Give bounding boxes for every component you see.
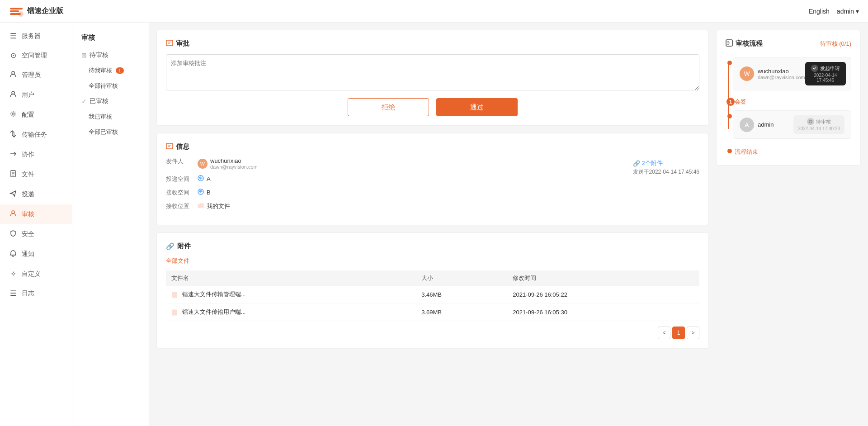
sidebar-label-security: 安全 bbox=[22, 230, 34, 238]
sidebar-label-file: 文件 bbox=[22, 170, 34, 179]
user-icon bbox=[9, 90, 17, 99]
my-pending-item[interactable]: 待我审核 1 bbox=[72, 63, 149, 78]
next-page-button[interactable]: > bbox=[687, 327, 699, 339]
file-modified-cell: 2021-09-26 16:05:22 bbox=[507, 286, 699, 303]
sidebar-item-security[interactable]: 安全 bbox=[0, 224, 72, 244]
sidebar-item-notify[interactable]: 通知 bbox=[0, 244, 72, 264]
attachment-count: 🔗 2个附件 bbox=[633, 159, 699, 167]
receive-pos-row: 接收位置 我的文件 bbox=[166, 202, 624, 210]
attachment-card: 🔗 附件 全部文件 文件名 大小 修改时间 bbox=[156, 232, 709, 349]
sidebar-label-notify: 通知 bbox=[22, 250, 34, 258]
section-countersign: 1 会签 bbox=[733, 98, 851, 106]
reject-button[interactable]: 拒绝 bbox=[348, 98, 429, 116]
col-size: 大小 bbox=[416, 270, 507, 286]
pending-count-badge: 待审核 (0/1) bbox=[820, 40, 851, 48]
sidebar-label-space: 空间管理 bbox=[22, 52, 47, 60]
config-icon bbox=[9, 110, 17, 119]
sub-sidebar: 审核 ⊠ 待审核 待我审核 1 全部待审核 ✓ 已审核 我已审核 全部已审核 bbox=[72, 23, 149, 426]
step1-user-email: dawn@rayvision.com bbox=[758, 75, 805, 80]
countersign-label: 会签 bbox=[735, 98, 746, 105]
my-done-item[interactable]: 我已审核 bbox=[72, 109, 149, 124]
attachment-icon: 🔗 bbox=[166, 242, 175, 251]
step1-user-card: W wuchunxiao dawn@rayvision.com bbox=[733, 57, 851, 90]
sidebar-item-space[interactable]: ⊙ 空间管理 bbox=[0, 46, 72, 65]
sidebar-item-custom[interactable]: ✧ 自定义 bbox=[0, 264, 72, 284]
sidebar-item-deliver[interactable]: 投递 bbox=[0, 185, 72, 204]
sidebar-item-admin[interactable]: 管理员 bbox=[0, 65, 72, 85]
approve-buttons: 拒绝 通过 bbox=[166, 98, 699, 116]
current-page-button[interactable]: 1 bbox=[672, 327, 685, 339]
info-icon bbox=[166, 142, 173, 151]
all-files-link[interactable]: 全部文件 bbox=[166, 257, 189, 265]
step1-status-card: 发起申请 2022-04-14 17:45:46 bbox=[805, 62, 846, 85]
sidebar-label-transfer: 传输任务 bbox=[22, 131, 47, 139]
pending-section[interactable]: ⊠ 待审核 bbox=[72, 47, 149, 63]
language-switcher[interactable]: English bbox=[809, 8, 830, 15]
send-space-icon bbox=[198, 175, 204, 183]
user-menu[interactable]: admin ▾ bbox=[837, 8, 859, 15]
link-icon: 🔗 bbox=[633, 160, 640, 167]
audit-flow-title: 审核流程 bbox=[726, 39, 763, 48]
all-done-item[interactable]: 全部已审核 bbox=[72, 124, 149, 140]
sidebar-item-server[interactable]: ☰ 服务器 bbox=[0, 26, 72, 46]
sidebar-item-transfer[interactable]: 传输任务 bbox=[0, 125, 72, 145]
custom-icon: ✧ bbox=[9, 270, 17, 278]
step2-user-info: A admin bbox=[740, 118, 774, 132]
file-modified-cell: 2021-09-26 16:05:30 bbox=[507, 303, 699, 321]
server-icon: ☰ bbox=[9, 32, 17, 40]
transfer-icon bbox=[9, 130, 17, 139]
flow-end-label: 流程结束 bbox=[735, 148, 758, 156]
sidebar-label-user: 用户 bbox=[22, 91, 34, 99]
layout: ☰ 服务器 ⊙ 空间管理 管理员 用户 bbox=[0, 23, 868, 426]
flow-line bbox=[728, 62, 729, 129]
done-section[interactable]: ✓ 已审核 bbox=[72, 94, 149, 109]
col-modified: 修改时间 bbox=[507, 270, 699, 286]
step2-avatar: A bbox=[740, 118, 754, 132]
table-row: 镭速大文件传输管理端... 3.46MB 2021-09-26 16:05:22 bbox=[166, 286, 699, 303]
sidebar-item-collab[interactable]: 协作 bbox=[0, 145, 72, 165]
sidebar-item-log[interactable]: ☰ 日志 bbox=[0, 284, 72, 303]
sender-email: dawn@rayvision.com bbox=[210, 164, 258, 170]
receive-pos: 我的文件 bbox=[207, 202, 230, 210]
step1-avatar: W bbox=[740, 66, 754, 81]
folder-icon bbox=[198, 203, 204, 210]
all-pending-item[interactable]: 全部待审核 bbox=[72, 78, 149, 94]
svg-rect-9 bbox=[166, 40, 173, 46]
sender-row: 发件人 W wuchunxiao dawn@rayvision.com bbox=[166, 157, 624, 170]
attachment-info: 🔗 2个附件 发送于2022-04-14 17:45:46 bbox=[633, 159, 699, 176]
step1-time: 2022-04-14 17:45:46 bbox=[810, 73, 841, 83]
file-icon bbox=[9, 170, 17, 179]
flow-step-1: W wuchunxiao dawn@rayvision.com bbox=[733, 57, 851, 90]
notify-icon bbox=[9, 250, 17, 259]
sidebar-item-audit[interactable]: 审核 bbox=[0, 204, 72, 224]
approve-icon bbox=[166, 39, 173, 48]
receive-space-value: B bbox=[198, 189, 211, 196]
deliver-icon bbox=[9, 190, 17, 199]
sidebar-label-audit: 审核 bbox=[22, 210, 34, 218]
receive-pos-label: 接收位置 bbox=[166, 202, 198, 210]
step2-user-card: A admin bbox=[733, 110, 851, 139]
approve-textarea[interactable] bbox=[166, 54, 699, 90]
step1-dot bbox=[727, 61, 732, 65]
sidebar-item-user[interactable]: 用户 bbox=[0, 85, 72, 105]
send-space-row: 投递空间 A bbox=[166, 175, 624, 183]
svg-point-16 bbox=[809, 120, 812, 123]
prev-page-button[interactable]: < bbox=[658, 327, 670, 339]
sender-avatar: W bbox=[198, 159, 208, 169]
flow-end: 流程结束 bbox=[733, 148, 851, 156]
approve-button[interactable]: 通过 bbox=[436, 98, 518, 116]
step2-status-text: 待审核 bbox=[816, 118, 831, 125]
sub-sidebar-title: 审核 bbox=[72, 30, 149, 47]
admin-icon bbox=[9, 71, 17, 80]
svg-point-6 bbox=[12, 113, 14, 115]
sidebar-label-custom: 自定义 bbox=[22, 270, 41, 278]
end-dot bbox=[727, 149, 732, 153]
done-icon: ✓ bbox=[81, 98, 87, 105]
sender-name: wuchunxiao bbox=[210, 157, 258, 164]
sidebar-label-server: 服务器 bbox=[22, 32, 41, 40]
col-filename: 文件名 bbox=[166, 270, 416, 286]
sidebar-item-file[interactable]: 文件 bbox=[0, 165, 72, 185]
sidebar-label-config: 配置 bbox=[22, 111, 34, 119]
svg-point-3 bbox=[18, 11, 24, 17]
sidebar-item-config[interactable]: 配置 bbox=[0, 105, 72, 125]
